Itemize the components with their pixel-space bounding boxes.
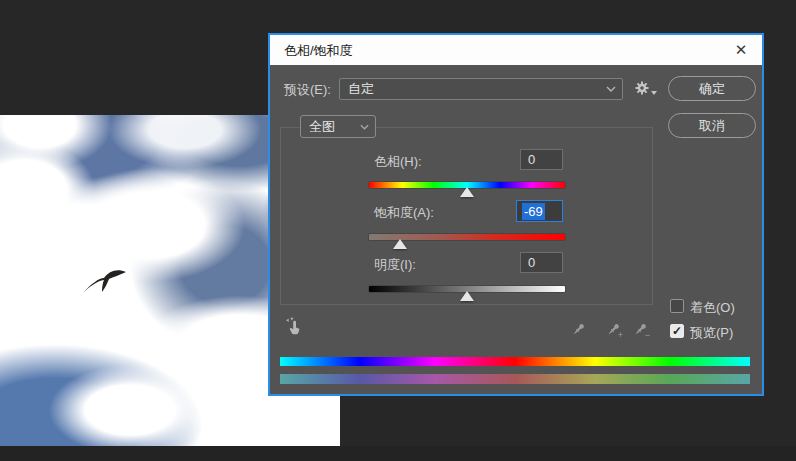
colorize-label: 着色(O) (690, 299, 735, 317)
targeted-adjustment-tool-button[interactable] (284, 317, 304, 341)
adjustment-group-box (280, 127, 653, 305)
close-icon[interactable]: ✕ (730, 39, 752, 61)
channel-dropdown[interactable]: 全图 (300, 115, 376, 138)
minus-glyph: − (645, 330, 650, 340)
cancel-button[interactable]: 取消 (668, 113, 756, 138)
eyedropper-icon (570, 322, 586, 338)
dialog-title: 色相/饱和度 (284, 42, 353, 60)
flyout-caret-icon (651, 91, 657, 95)
channel-value: 全图 (301, 118, 360, 136)
preview-label: 预览(P) (690, 324, 733, 342)
pointing-hand-icon (284, 317, 304, 337)
chevron-down-icon (360, 124, 375, 130)
check-icon: ✓ (672, 324, 682, 338)
gear-icon (634, 80, 650, 96)
bird-silhouette (82, 265, 128, 298)
hue-saturation-dialog: 色相/饱和度 ✕ 预设(E): 自定 (268, 33, 764, 396)
colorize-checkbox[interactable] (670, 299, 684, 313)
chevron-down-icon (606, 86, 622, 92)
subtract-from-sample-button[interactable]: − (632, 322, 648, 338)
dialog-titlebar[interactable]: 色相/饱和度 ✕ (270, 35, 762, 65)
preview-checkbox[interactable]: ✓ (670, 324, 684, 338)
ok-button[interactable]: 确定 (668, 76, 756, 101)
preset-value: 自定 (340, 80, 606, 98)
preset-options-button[interactable] (634, 80, 657, 96)
add-to-sample-button[interactable]: + (605, 322, 621, 338)
workspace-bottom-strip (0, 446, 796, 461)
plus-glyph: + (618, 330, 623, 340)
preset-dropdown[interactable]: 自定 (339, 78, 623, 100)
dialog-body: 预设(E): 自定 确定 取消 (270, 65, 762, 394)
original-spectrum-bar (280, 357, 750, 366)
eyedropper-button[interactable] (570, 322, 586, 338)
preset-label: 预设(E): (284, 81, 331, 99)
adjusted-spectrum-bar (280, 374, 750, 384)
